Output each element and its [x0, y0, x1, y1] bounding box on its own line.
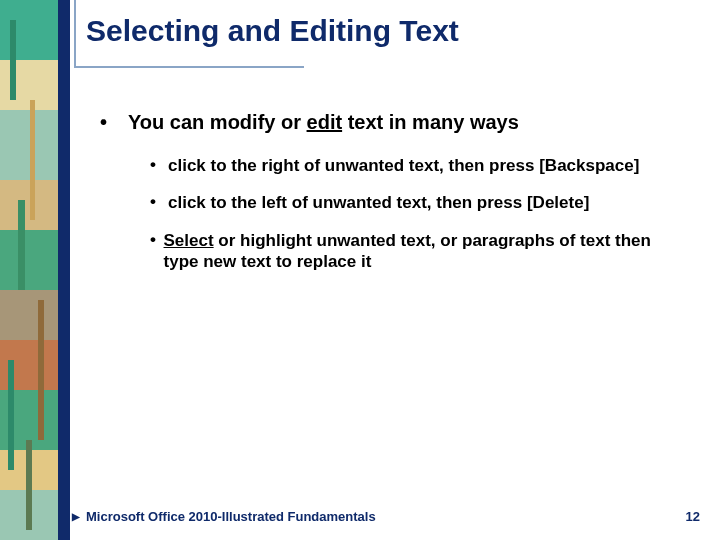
bullet-level2-group: • click to the right of unwanted text, t…: [150, 155, 690, 272]
slide-content: Selecting and Editing Text • You can mod…: [70, 0, 720, 540]
sidebar-accent-bar: [58, 0, 70, 540]
svg-rect-16: [26, 440, 32, 530]
bullet-level2: • click to the right of unwanted text, t…: [150, 155, 690, 176]
underlined-span: Select: [164, 231, 214, 250]
svg-rect-14: [38, 300, 44, 440]
footer-text: Microsoft Office 2010-Illustrated Fundam…: [86, 509, 376, 524]
bullet-level1: • You can modify or edit text in many wa…: [100, 110, 690, 135]
bullet-marker: •: [150, 192, 168, 212]
text-span: or highlight unwanted text, or paragraph…: [164, 231, 651, 271]
svg-rect-3: [0, 110, 58, 190]
svg-rect-13: [18, 200, 25, 290]
bullet-level2: • Select or highlight unwanted text, or …: [150, 230, 690, 273]
slide-footer: ▶ Microsoft Office 2010-Illustrated Fund…: [70, 509, 700, 524]
bullet-level2-text: click to the right of unwanted text, the…: [168, 155, 639, 176]
bullet-marker: •: [100, 110, 128, 134]
bullet-marker: •: [150, 230, 164, 250]
svg-rect-5: [0, 230, 58, 300]
underlined-span: edit: [307, 111, 343, 133]
text-span: text in many ways: [342, 111, 519, 133]
bullet-marker: •: [150, 155, 168, 175]
title-rule-vertical: [74, 0, 76, 66]
svg-rect-12: [30, 100, 35, 220]
slide-title: Selecting and Editing Text: [86, 14, 459, 48]
bullet-level2-text: click to the left of unwanted text, then…: [168, 192, 589, 213]
title-rule-horizontal: [74, 66, 304, 68]
bullet-level1-text: You can modify or edit text in many ways: [128, 110, 519, 135]
footer-left: ▶ Microsoft Office 2010-Illustrated Fund…: [70, 509, 376, 524]
text-span: click to the left of unwanted text, then…: [168, 193, 589, 212]
svg-rect-11: [10, 20, 16, 100]
paint-texture: [0, 0, 58, 540]
svg-rect-15: [8, 360, 14, 470]
slide-body: • You can modify or edit text in many wa…: [100, 110, 690, 288]
bullet-level2-text: Select or highlight unwanted text, or pa…: [164, 230, 690, 273]
footer-arrow-icon: ▶: [72, 511, 80, 522]
svg-rect-1: [0, 0, 58, 70]
bullet-level2: • click to the left of unwanted text, th…: [150, 192, 690, 213]
page-number: 12: [686, 509, 700, 524]
decorative-sidebar: [0, 0, 58, 540]
text-span: You can modify or: [128, 111, 307, 133]
text-span: click to the right of unwanted text, the…: [168, 156, 639, 175]
